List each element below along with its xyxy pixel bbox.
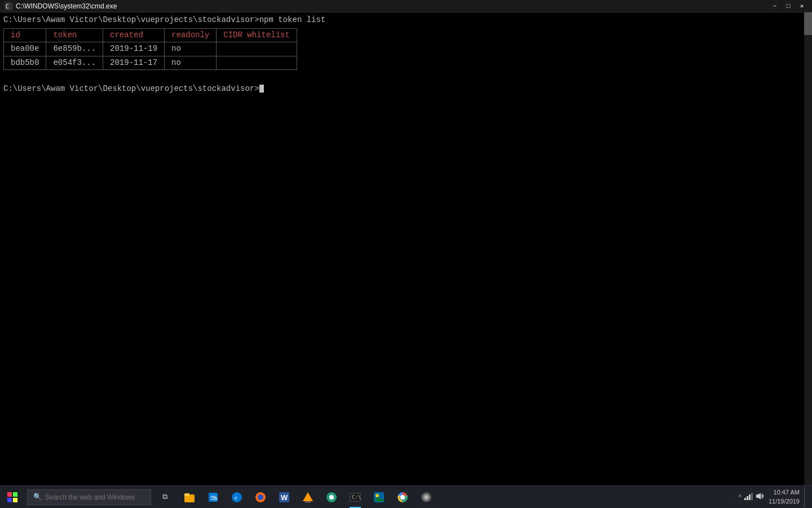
task-view-icon: ⧉ — [162, 493, 167, 501]
svg-text:C: C — [6, 3, 9, 10]
svg-point-30 — [425, 496, 428, 499]
cmd-prompt-2: C:\Users\Awam Victor\Desktop\vueprojects… — [3, 84, 809, 95]
file-explorer-app[interactable] — [178, 486, 201, 509]
svg-rect-32 — [747, 496, 748, 500]
col-token: token — [46, 28, 103, 42]
svg-marker-35 — [756, 493, 761, 500]
svg-rect-5 — [13, 498, 17, 502]
taskbar-right: ^ 10:47 AM 11/19/2 — [738, 487, 812, 507]
edge-app[interactable]: e — [226, 486, 248, 509]
svg-marker-16 — [303, 492, 313, 501]
clock-date: 11/19/2019 — [769, 497, 800, 506]
clock-time: 10:47 AM — [769, 488, 800, 497]
svg-text:e: e — [235, 494, 237, 501]
title-bar-left: C C:\WINDOWS\system32\cmd.exe — [5, 2, 117, 10]
row2-readonly: no — [165, 56, 217, 70]
show-desktop-button[interactable] — [804, 487, 807, 507]
close-button[interactable]: ✕ — [796, 1, 807, 11]
row2-id: bdb5b0 — [4, 56, 46, 70]
cmd-icon: C — [5, 2, 12, 10]
chrome-app[interactable] — [391, 486, 414, 509]
scrollbar[interactable] — [804, 12, 812, 485]
svg-rect-17 — [305, 501, 311, 503]
svg-text:W: W — [281, 493, 288, 502]
table-row: bdb5b0 e054f3... 2019-11-17 no — [4, 56, 297, 70]
taskbar: 🔍 ⧉ 🛍 e — [0, 485, 812, 508]
photos-app[interactable] — [368, 486, 390, 509]
svg-rect-34 — [751, 493, 753, 500]
vlc-app[interactable] — [297, 486, 319, 509]
cmd-app[interactable]: C:\ — [344, 486, 367, 509]
search-input[interactable] — [45, 493, 145, 501]
tray-expand-icon[interactable]: ^ — [738, 494, 742, 500]
maximize-button[interactable]: □ — [783, 1, 794, 11]
prompt-path: C:\Users\Awam Victor\Desktop\vueprojects… — [3, 84, 259, 93]
col-created: created — [103, 28, 165, 42]
row1-id: bea00e — [4, 42, 46, 56]
row1-created: 2019-11-19 — [103, 42, 165, 56]
taskbar-search-box[interactable]: 🔍 — [27, 489, 151, 505]
window-controls: − □ ✕ — [769, 1, 807, 11]
npm-token-table: id token created readonly CIDR whitelist… — [3, 28, 297, 71]
svg-text:C:\: C:\ — [352, 494, 361, 500]
row1-token: 6e859b... — [46, 42, 103, 56]
svg-rect-3 — [13, 492, 17, 497]
start-button[interactable] — [0, 486, 25, 509]
store-app[interactable]: 🛍 — [202, 486, 224, 509]
svg-point-23 — [376, 494, 379, 497]
svg-rect-7 — [184, 493, 189, 496]
cmd-window[interactable]: C:\Users\Awam Victor\Desktop\vueprojects… — [0, 12, 812, 485]
cortana-app[interactable] — [415, 486, 438, 509]
row2-cidr — [217, 56, 297, 70]
svg-rect-4 — [7, 498, 12, 502]
svg-text:🛍: 🛍 — [210, 494, 217, 502]
taskbar-apps: 🛍 e W — [178, 486, 438, 509]
title-bar: C C:\WINDOWS\system32\cmd.exe − □ ✕ — [0, 0, 812, 12]
scrollbar-thumb[interactable] — [804, 12, 812, 35]
word-app[interactable]: W — [273, 486, 295, 509]
browser2-app[interactable] — [320, 486, 343, 509]
window-title: C:\WINDOWS\system32\cmd.exe — [16, 2, 117, 10]
row2-token: e054f3... — [46, 56, 103, 70]
svg-point-27 — [401, 496, 404, 499]
task-view-button[interactable]: ⧉ — [153, 486, 176, 509]
svg-rect-2 — [7, 492, 12, 497]
col-readonly: readonly — [165, 28, 217, 42]
search-icon: 🔍 — [33, 493, 42, 501]
svg-rect-33 — [749, 494, 751, 500]
row1-cidr — [217, 42, 297, 56]
cursor — [259, 85, 264, 93]
row1-readonly: no — [165, 42, 217, 56]
svg-point-19 — [329, 495, 334, 500]
svg-point-13 — [258, 494, 263, 500]
table-row: bea00e 6e859b... 2019-11-19 no — [4, 42, 297, 56]
cmd-prompt-1: C:\Users\Awam Victor\Desktop\vueprojects… — [3, 15, 809, 26]
firefox-app[interactable] — [249, 486, 272, 509]
minimize-button[interactable]: − — [769, 1, 780, 11]
col-cidr: CIDR whitelist — [217, 28, 297, 42]
system-tray: ^ — [738, 492, 764, 503]
volume-icon[interactable] — [755, 492, 764, 503]
svg-rect-31 — [744, 498, 746, 500]
row2-created: 2019-11-17 — [103, 56, 165, 70]
system-clock[interactable]: 10:47 AM 11/19/2019 — [769, 488, 800, 506]
network-icon[interactable] — [744, 492, 753, 503]
col-id: id — [4, 28, 46, 42]
